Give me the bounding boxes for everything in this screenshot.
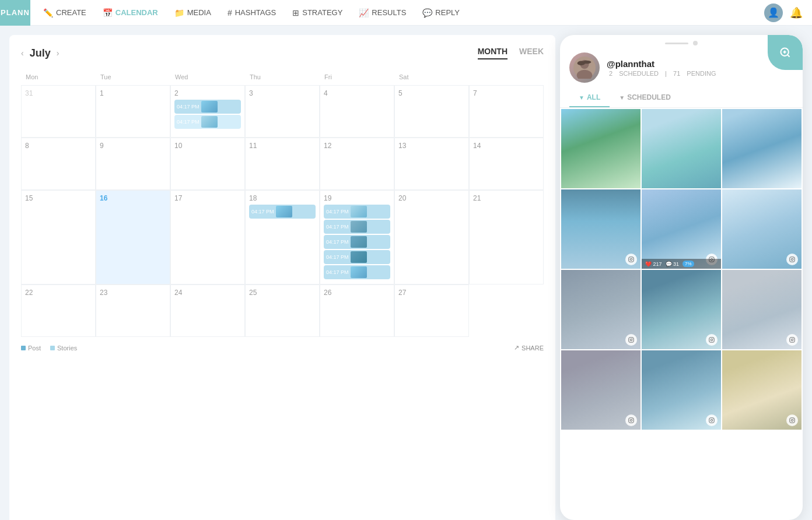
grid-cell-img3[interactable] <box>722 109 802 188</box>
stories-legend-label: Stories <box>57 345 77 352</box>
cal-cell-24[interactable]: 24 <box>170 284 245 337</box>
profile-section: @plannthat 2 SCHEDULED | 71 PENDING <box>560 45 803 89</box>
post-card[interactable]: 04:17 PM <box>174 100 241 114</box>
grid-cell-img12[interactable] <box>722 350 802 430</box>
filter-all-tab[interactable]: ▼ ALL <box>569 89 610 107</box>
post-card[interactable]: 04:17 PM <box>324 220 390 234</box>
notification-bell-icon[interactable]: 🔔 <box>790 6 803 19</box>
grid-cell-img11[interactable] <box>642 350 721 430</box>
day-number: 22 <box>25 289 92 297</box>
cal-cell-31[interactable]: 31 <box>21 85 96 138</box>
post-time: 04:17 PM <box>326 224 349 230</box>
nav-reply[interactable]: 💬 REPLY <box>415 5 467 21</box>
reply-icon: 💬 <box>422 8 432 17</box>
instagram-icon <box>625 334 637 346</box>
post-card[interactable]: 04:17 PM <box>174 115 241 129</box>
nav-items: ✏️ CREATE 📅 CALENDAR 📁 MEDIA # HASHTAGS … <box>30 5 764 21</box>
day-number: 18 <box>249 194 316 202</box>
cal-cell-14[interactable]: 14 <box>469 138 544 190</box>
share-button[interactable]: ↗ SHARE <box>514 344 544 352</box>
nav-media-label: MEDIA <box>187 8 211 17</box>
grid-cell-img10[interactable] <box>561 350 640 430</box>
view-tabs: MONTH WEEK <box>478 47 544 59</box>
day-number: 8 <box>25 142 92 150</box>
day-number: 12 <box>324 142 390 150</box>
cal-cell-23[interactable]: 23 <box>96 284 170 337</box>
grid-cell-img2[interactable] <box>642 109 721 188</box>
post-card[interactable]: 04:17 PM <box>324 250 390 264</box>
day-header-mon: Mon <box>21 71 96 83</box>
nav-create[interactable]: ✏️ CREATE <box>36 5 93 21</box>
prev-month-button[interactable]: ‹ <box>21 48 24 58</box>
day-number: 17 <box>174 194 241 202</box>
grid-image <box>642 109 721 188</box>
grid-cell-img4[interactable] <box>561 189 640 269</box>
filter-scheduled-tab[interactable]: ▼ SCHEDULED <box>610 89 680 107</box>
nav-calendar-label: CALENDAR <box>116 8 158 17</box>
post-thumbnail <box>351 221 367 233</box>
grid-cell-img1[interactable] <box>561 109 640 188</box>
svg-point-17 <box>793 258 794 258</box>
grid-cell-img5[interactable]: ❤️ 217 💬 31 7% <box>642 189 721 269</box>
tab-week[interactable]: WEEK <box>519 47 544 59</box>
filter-scheduled-icon: ▼ <box>619 94 625 101</box>
phone-indicator <box>665 43 688 44</box>
cal-cell-3[interactable]: 3 <box>245 85 320 138</box>
grid-cell-img7[interactable] <box>561 270 640 349</box>
cal-cell-16[interactable]: 16 <box>96 190 170 284</box>
grid-cell-img8[interactable] <box>642 270 721 349</box>
day-number: 5 <box>398 89 465 97</box>
cal-cell-11[interactable]: 11 <box>245 138 320 190</box>
search-button[interactable] <box>768 35 803 70</box>
nav-strategy[interactable]: ⊞ STRATEGY <box>285 5 349 21</box>
cal-cell-8[interactable]: 8 <box>21 138 96 190</box>
cal-cell-10[interactable]: 10 <box>170 138 245 190</box>
top-navigation: PLANN ✏️ CREATE 📅 CALENDAR 📁 MEDIA # HAS… <box>0 0 812 26</box>
nav-hashtags[interactable]: # HASHTAGS <box>220 5 283 21</box>
cal-cell-25[interactable]: 25 <box>245 284 320 337</box>
cal-cell-22[interactable]: 22 <box>21 284 96 337</box>
cal-cell-15[interactable]: 15 <box>21 190 96 284</box>
svg-rect-24 <box>790 338 794 342</box>
grid-cell-img6[interactable] <box>722 189 802 269</box>
cal-cell-27[interactable]: 27 <box>394 284 469 337</box>
nav-media[interactable]: 📁 MEDIA <box>167 5 218 21</box>
nav-results[interactable]: 📈 RESULTS <box>352 5 413 21</box>
instagram-icon <box>786 414 798 426</box>
cal-cell-1[interactable]: 1 <box>96 85 170 138</box>
right-panel: @plannthat 2 SCHEDULED | 71 PENDING ▼ AL… <box>555 26 812 520</box>
grid-cell-img9[interactable] <box>722 270 802 349</box>
filter-scheduled-label: SCHEDULED <box>627 93 671 101</box>
cal-cell-7[interactable]: 7 <box>469 85 544 138</box>
cal-cell-5[interactable]: 5 <box>394 85 469 138</box>
comment-stat: 💬 31 <box>666 261 680 267</box>
create-icon: ✏️ <box>43 8 53 17</box>
post-card[interactable]: 04:17 PM <box>249 205 316 219</box>
cal-cell-18[interactable]: 1804:17 PM <box>245 190 320 284</box>
cal-cell-12[interactable]: 12 <box>320 138 394 190</box>
nav-calendar[interactable]: 📅 CALENDAR <box>96 5 165 21</box>
svg-rect-18 <box>629 338 634 342</box>
cal-cell-9[interactable]: 9 <box>96 138 170 190</box>
cal-cell-2[interactable]: 204:17 PM04:17 PM <box>170 85 245 138</box>
cal-cell-19[interactable]: 1904:17 PM04:17 PM04:17 PM04:17 PM04:17 … <box>320 190 394 284</box>
day-number: 13 <box>398 142 465 150</box>
cal-cell-4[interactable]: 4 <box>320 85 394 138</box>
cal-cell-17[interactable]: 17 <box>170 190 245 284</box>
cal-cell-13[interactable]: 13 <box>394 138 469 190</box>
pending-label: PENDING <box>687 70 716 77</box>
next-month-button[interactable]: › <box>57 48 60 58</box>
day-number: 15 <box>25 194 92 202</box>
post-card[interactable]: 04:17 PM <box>324 235 390 249</box>
stories-legend-item: Stories <box>50 345 77 352</box>
post-card[interactable]: 04:17 PM <box>324 265 390 279</box>
day-number: 1 <box>100 89 166 97</box>
svg-rect-33 <box>790 418 794 423</box>
svg-point-31 <box>710 419 712 421</box>
tab-month[interactable]: MONTH <box>478 47 508 59</box>
cal-cell-26[interactable]: 26 <box>320 284 394 337</box>
post-card[interactable]: 04:17 PM <box>324 205 390 219</box>
cal-cell-20[interactable]: 20 <box>394 190 469 284</box>
cal-cell-21[interactable]: 21 <box>469 190 544 284</box>
user-avatar[interactable]: 👤 <box>764 3 783 22</box>
